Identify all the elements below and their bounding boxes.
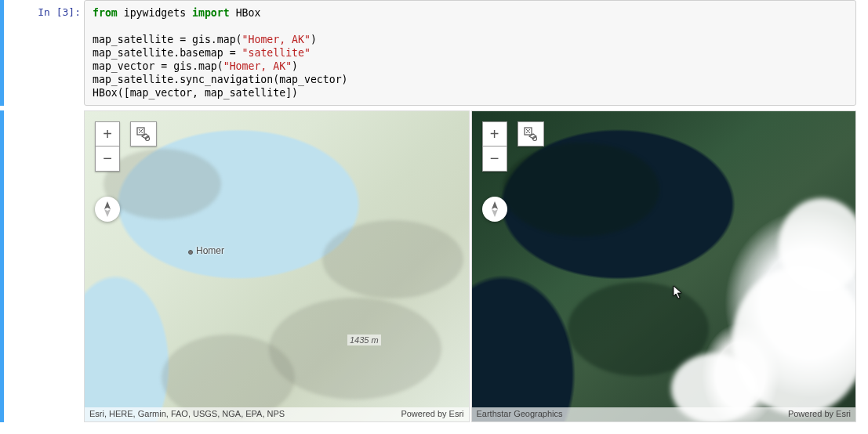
zoom-in-button[interactable]: +	[95, 121, 120, 146]
attribution-sources: Earthstar Geographics	[477, 409, 563, 420]
city-label: Homer	[196, 245, 224, 256]
layers-icon	[136, 126, 151, 142]
attribution-powered[interactable]: Powered by Esri	[788, 409, 851, 420]
compass-icon	[489, 201, 500, 217]
plus-icon: +	[490, 125, 499, 143]
attribution-powered[interactable]: Powered by Esri	[401, 409, 463, 420]
basemap-gallery-button[interactable]	[130, 121, 157, 146]
zoom-controls: + −	[95, 121, 120, 222]
output-row: + − Homer 1435 m	[0, 110, 868, 422]
hbox-output: + − Homer 1435 m	[84, 110, 856, 422]
keyword-import: import	[192, 7, 230, 19]
zoom-in-button[interactable]: +	[482, 121, 507, 146]
attribution-bar: Earthstar Geographics Powered by Esri	[472, 407, 856, 421]
cursor-icon	[673, 285, 684, 299]
compass-button[interactable]	[482, 197, 507, 222]
code-editor[interactable]: from ipywidgets import HBox map_satellit…	[84, 0, 856, 106]
plus-icon: +	[103, 125, 112, 143]
map-satellite[interactable]: + −	[471, 110, 857, 422]
elevation-label: 1435 m	[347, 335, 381, 345]
input-prompt: In [3]:	[5, 0, 84, 106]
city-marker	[188, 250, 193, 255]
attribution-bar: Esri, HERE, Garmin, FAO, USGS, NGA, EPA,…	[85, 407, 469, 421]
zoom-out-button[interactable]: −	[95, 146, 120, 172]
zoom-controls: + −	[482, 121, 507, 222]
zoom-out-button[interactable]: −	[482, 146, 507, 172]
minus-icon: −	[103, 150, 112, 168]
map-vector[interactable]: + − Homer 1435 m	[84, 110, 470, 422]
keyword-from: from	[93, 7, 118, 19]
attribution-sources: Esri, HERE, Garmin, FAO, USGS, NGA, EPA,…	[89, 409, 285, 420]
code-cell: In [3]: from ipywidgets import HBox map_…	[0, 0, 868, 106]
compass-icon	[102, 201, 113, 217]
minus-icon: −	[490, 150, 499, 168]
compass-button[interactable]	[95, 197, 120, 222]
layers-icon	[523, 126, 539, 142]
basemap-gallery-button[interactable]	[518, 121, 544, 146]
